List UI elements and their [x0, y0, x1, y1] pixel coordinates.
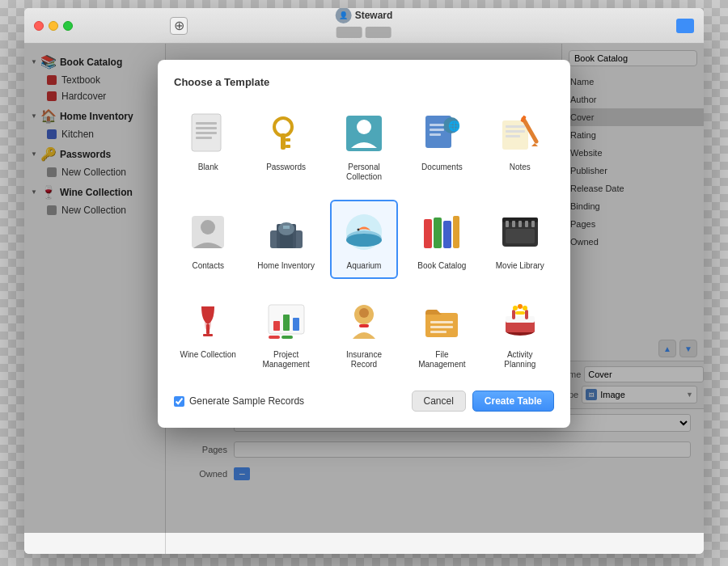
template-aquarium[interactable]: Aquarium	[330, 200, 398, 279]
aquarium-icon	[340, 208, 388, 256]
template-grid: Blank Passwords	[174, 101, 554, 378]
book-catalog-icon	[417, 208, 466, 256]
template-file-management[interactable]: File Management	[408, 289, 476, 378]
svg-rect-30	[283, 226, 290, 229]
svg-rect-36	[424, 219, 432, 248]
modal-title: Choose a Template	[174, 76, 554, 88]
modal-overlay: Choose a Template Blank	[24, 44, 704, 533]
svg-point-25	[201, 220, 215, 234]
svg-point-34	[346, 234, 382, 247]
svg-rect-16	[430, 133, 441, 136]
activity-planning-label: Activity Planning	[491, 350, 549, 370]
contacts-label: Contacts	[192, 261, 223, 271]
svg-rect-37	[434, 218, 442, 248]
template-activity-planning[interactable]: Activity Planning	[486, 289, 554, 378]
template-personal-collection[interactable]: Personal Collection	[330, 101, 398, 190]
svg-rect-8	[286, 145, 290, 148]
maximize-button[interactable]	[63, 21, 73, 31]
svg-rect-47	[506, 229, 535, 243]
traffic-lights	[34, 21, 73, 31]
add-collection-button[interactable]: ⊕	[170, 17, 188, 35]
project-management-label: Project Management	[256, 350, 315, 370]
wine-collection-icon	[184, 297, 232, 345]
personal-collection-icon	[340, 109, 388, 158]
template-blank[interactable]: Blank	[174, 101, 242, 190]
svg-rect-53	[293, 318, 299, 331]
create-table-button[interactable]: Create Table	[472, 391, 554, 412]
generate-records-checkbox[interactable]	[174, 396, 184, 407]
svg-rect-61	[430, 326, 453, 328]
template-movie-library[interactable]: Movie Library	[486, 200, 554, 279]
svg-rect-51	[273, 321, 280, 331]
home-inventory-template-label: Home Inventory	[257, 261, 315, 271]
svg-text:🌐: 🌐	[448, 120, 460, 132]
svg-rect-14	[430, 124, 444, 126]
svg-rect-44	[518, 221, 522, 227]
svg-rect-48	[206, 324, 210, 334]
svg-rect-67	[525, 310, 528, 319]
template-passwords[interactable]: Passwords	[252, 101, 320, 190]
template-wine-collection[interactable]: Wine Collection	[174, 289, 242, 378]
svg-rect-58	[359, 324, 369, 327]
svg-point-71	[523, 306, 527, 310]
svg-point-69	[513, 306, 518, 310]
svg-rect-65	[506, 316, 535, 323]
file-management-icon	[417, 297, 466, 345]
svg-rect-68	[515, 311, 525, 315]
template-project-management[interactable]: Project Management	[252, 289, 320, 378]
generate-records-label: Generate Sample Records	[189, 395, 304, 407]
svg-point-35	[357, 229, 359, 231]
template-modal: Choose a Template Blank	[158, 60, 570, 428]
blank-label: Blank	[198, 163, 218, 172]
template-insurance-record[interactable]: Insurance Record	[330, 289, 398, 378]
modal-footer: Generate Sample Records Cancel Create Ta…	[174, 391, 554, 412]
svg-rect-42	[506, 221, 509, 227]
svg-rect-2	[196, 127, 217, 129]
modal-buttons: Cancel Create Table	[412, 391, 555, 412]
svg-point-5	[274, 118, 292, 136]
template-notes[interactable]: Notes	[486, 101, 554, 190]
svg-point-70	[518, 304, 523, 309]
template-home-inventory[interactable]: Home Inventory	[252, 200, 320, 279]
template-contacts[interactable]: Contacts	[174, 200, 242, 279]
notes-label: Notes	[510, 163, 531, 172]
svg-rect-28	[280, 234, 293, 248]
svg-rect-4	[196, 137, 212, 139]
title-bar: ⊕ 👤 Steward	[24, 8, 704, 44]
svg-rect-45	[525, 221, 528, 227]
svg-rect-54	[269, 336, 280, 339]
file-management-label: File Management	[413, 350, 471, 370]
movie-library-label: Movie Library	[496, 261, 544, 271]
template-documents[interactable]: 🌐 Documents	[408, 101, 476, 190]
svg-point-10	[357, 120, 371, 134]
app-title: Steward	[355, 10, 393, 21]
book-catalog-template-label: Book Catalog	[417, 261, 466, 271]
view-btn-1[interactable]	[336, 27, 362, 38]
svg-rect-19	[506, 130, 525, 133]
blank-icon	[184, 109, 232, 158]
user-avatar: 👤	[336, 8, 352, 23]
notes-icon	[496, 109, 544, 158]
svg-rect-15	[430, 129, 444, 131]
svg-rect-55	[281, 336, 293, 339]
svg-rect-46	[531, 221, 535, 227]
svg-rect-6	[281, 133, 286, 150]
template-book-catalog[interactable]: Book Catalog	[408, 200, 476, 279]
contacts-icon	[184, 208, 232, 256]
personal-collection-label: Personal Collection	[335, 163, 393, 182]
insurance-record-icon	[340, 297, 388, 345]
svg-rect-18	[506, 125, 525, 128]
svg-rect-66	[512, 310, 515, 319]
nav-expand-button[interactable]	[676, 19, 694, 33]
aquarium-label: Aquarium	[347, 261, 382, 271]
close-button[interactable]	[34, 21, 44, 31]
title-bar-center: 👤 Steward	[336, 14, 393, 38]
svg-rect-3	[196, 132, 217, 134]
cancel-button[interactable]: Cancel	[412, 391, 466, 412]
movie-library-icon	[496, 208, 544, 256]
wine-collection-template-label: Wine Collection	[180, 350, 235, 360]
minimize-button[interactable]	[49, 21, 58, 31]
generate-records-checkbox-row: Generate Sample Records	[174, 395, 304, 407]
project-management-icon	[262, 297, 311, 345]
view-btn-2[interactable]	[366, 27, 392, 38]
